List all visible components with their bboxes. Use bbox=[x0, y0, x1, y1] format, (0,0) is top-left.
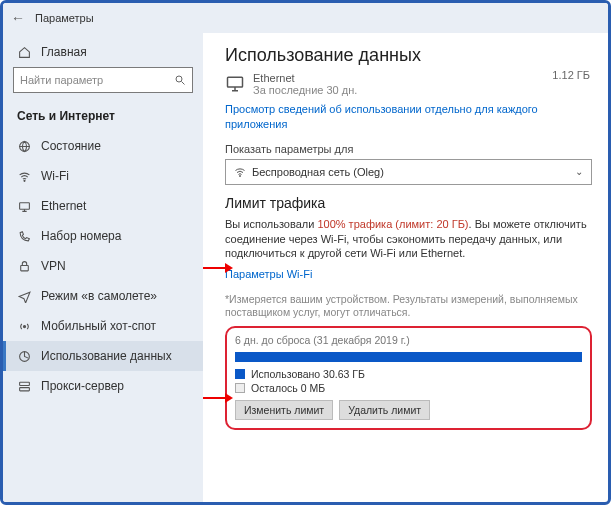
monitor-icon bbox=[225, 75, 245, 93]
per-app-link[interactable]: Просмотр сведений об использовании отдел… bbox=[225, 102, 592, 133]
sidebar-item-data-usage[interactable]: Использование данных bbox=[3, 341, 203, 371]
sidebar-item-label: Мобильный хот-спот bbox=[41, 319, 156, 333]
svg-line-1 bbox=[182, 82, 185, 85]
used-prefix: Вы использовали bbox=[225, 218, 317, 230]
sidebar-item-label: Использование данных bbox=[41, 349, 172, 363]
sidebar-item-vpn[interactable]: VPN bbox=[3, 251, 203, 281]
sidebar: Главная Найти параметр Сеть и Интернет С… bbox=[3, 33, 203, 502]
titlebar-label: Параметры bbox=[35, 12, 94, 24]
sidebar-item-proxy[interactable]: Прокси-сервер bbox=[3, 371, 203, 401]
change-limit-button[interactable]: Изменить лимит bbox=[235, 400, 333, 420]
chevron-down-icon: ⌄ bbox=[575, 166, 583, 177]
sidebar-item-status[interactable]: Состояние bbox=[3, 131, 203, 161]
ethernet-icon bbox=[17, 200, 31, 213]
data-usage-icon bbox=[17, 350, 31, 363]
dialup-icon bbox=[17, 230, 31, 243]
sidebar-item-label: Ethernet bbox=[41, 199, 86, 213]
sidebar-home[interactable]: Главная bbox=[3, 41, 203, 67]
sidebar-item-wifi[interactable]: Wi-Fi bbox=[3, 161, 203, 191]
legend-used: Использовано 30.63 ГБ bbox=[235, 368, 582, 380]
page-title: Использование данных bbox=[225, 45, 592, 66]
back-icon[interactable]: ← bbox=[11, 10, 25, 26]
svg-rect-11 bbox=[19, 387, 29, 390]
show-for-label: Показать параметры для bbox=[225, 143, 592, 155]
svg-rect-7 bbox=[20, 265, 28, 270]
footnote: *Измеряется вашим устройством. Результат… bbox=[225, 293, 592, 320]
eth-name: Ethernet bbox=[253, 72, 357, 84]
home-icon bbox=[17, 46, 31, 59]
sidebar-item-label: Прокси-сервер bbox=[41, 379, 124, 393]
sidebar-home-label: Главная bbox=[41, 45, 87, 59]
search-input[interactable]: Найти параметр bbox=[13, 67, 193, 93]
total-usage: 1.12 ГБ bbox=[552, 69, 590, 81]
svg-point-15 bbox=[240, 175, 241, 176]
content: Главная Найти параметр Сеть и Интернет С… bbox=[3, 33, 608, 502]
usage-paragraph: Вы использовали 100% трафика (лимит: 20 … bbox=[225, 217, 592, 262]
vpn-icon bbox=[17, 260, 31, 273]
network-dropdown[interactable]: Беспроводная сеть (Oleg) ⌄ bbox=[225, 159, 592, 185]
hotspot-icon bbox=[17, 320, 31, 333]
svg-rect-12 bbox=[228, 77, 243, 87]
legend-left: Осталось 0 МБ bbox=[235, 382, 582, 394]
sidebar-item-airplane[interactable]: Режим «в самолете» bbox=[3, 281, 203, 311]
svg-rect-10 bbox=[19, 382, 29, 385]
sidebar-item-label: Набор номера bbox=[41, 229, 121, 243]
limit-box: 6 дн. до сброса (31 декабря 2019 г.) Исп… bbox=[225, 326, 592, 430]
sidebar-item-label: Состояние bbox=[41, 139, 101, 153]
legend-used-label: Использовано 30.63 ГБ bbox=[251, 368, 365, 380]
svg-point-3 bbox=[23, 180, 24, 181]
airplane-icon bbox=[17, 290, 31, 303]
sidebar-item-label: Wi-Fi bbox=[41, 169, 69, 183]
svg-rect-4 bbox=[19, 202, 29, 209]
dropdown-value: Беспроводная сеть (Oleg) bbox=[252, 166, 575, 178]
usage-bar bbox=[235, 352, 582, 362]
used-red: 100% трафика (лимит: 20 ГБ) bbox=[317, 218, 468, 230]
swatch-blue bbox=[235, 369, 245, 379]
delete-limit-button[interactable]: Удалить лимит bbox=[339, 400, 430, 420]
sidebar-item-hotspot[interactable]: Мобильный хот-спот bbox=[3, 311, 203, 341]
reset-text: 6 дн. до сброса (31 декабря 2019 г.) bbox=[235, 334, 582, 346]
svg-point-0 bbox=[176, 76, 182, 82]
svg-point-8 bbox=[23, 325, 25, 327]
sidebar-item-label: VPN bbox=[41, 259, 66, 273]
status-icon bbox=[17, 140, 31, 153]
limit-heading: Лимит трафика bbox=[225, 195, 592, 211]
sidebar-item-ethernet[interactable]: Ethernet bbox=[3, 191, 203, 221]
search-placeholder: Найти параметр bbox=[20, 74, 103, 86]
titlebar: ← Параметры bbox=[3, 3, 608, 33]
main: Использование данных 1.12 ГБ Ethernet За… bbox=[203, 33, 608, 502]
wifi-params-link[interactable]: Параметры Wi-Fi bbox=[225, 267, 592, 282]
legend-left-label: Осталось 0 МБ bbox=[251, 382, 325, 394]
wifi-icon bbox=[17, 170, 31, 183]
sidebar-section-title: Сеть и Интернет bbox=[3, 103, 203, 131]
proxy-icon bbox=[17, 380, 31, 393]
wifi-icon bbox=[234, 166, 246, 178]
sidebar-item-label: Режим «в самолете» bbox=[41, 289, 157, 303]
ethernet-summary: Ethernet За последние 30 дн. bbox=[225, 72, 592, 96]
search-icon bbox=[174, 74, 186, 86]
swatch-grey bbox=[235, 383, 245, 393]
eth-sub: За последние 30 дн. bbox=[253, 84, 357, 96]
sidebar-item-dialup[interactable]: Набор номера bbox=[3, 221, 203, 251]
